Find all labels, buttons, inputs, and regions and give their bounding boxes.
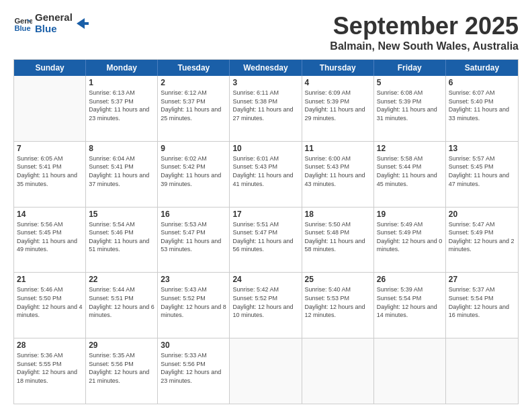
calendar-empty-cell xyxy=(446,338,518,404)
logo-arrow-icon xyxy=(75,17,89,30)
day-number: 6 xyxy=(449,78,515,87)
day-info: Sunrise: 6:12 AMSunset: 5:37 PMDaylight:… xyxy=(161,89,226,122)
day-number: 9 xyxy=(161,144,226,153)
day-number: 30 xyxy=(161,340,226,350)
day-number: 8 xyxy=(89,144,154,153)
day-info: Sunrise: 5:44 AMSunset: 5:51 PMDaylight:… xyxy=(89,285,154,319)
calendar-day-1: 1Sunrise: 6:13 AMSunset: 5:37 PMDaylight… xyxy=(86,76,158,141)
calendar-day-18: 18Sunrise: 5:50 AMSunset: 5:48 PMDayligh… xyxy=(302,208,374,273)
day-number: 28 xyxy=(17,340,83,350)
calendar-day-22: 22Sunrise: 5:44 AMSunset: 5:51 PMDayligh… xyxy=(86,273,158,338)
day-number: 17 xyxy=(232,210,298,219)
day-info: Sunrise: 5:53 AMSunset: 5:47 PMDaylight:… xyxy=(161,220,226,254)
calendar-week-3: 14Sunrise: 5:56 AMSunset: 5:45 PMDayligh… xyxy=(14,208,518,273)
day-number: 27 xyxy=(449,275,515,284)
day-info: Sunrise: 5:46 AMSunset: 5:50 PMDaylight:… xyxy=(17,285,83,319)
calendar-empty-cell xyxy=(374,338,446,404)
calendar-day-13: 13Sunrise: 5:57 AMSunset: 5:45 PMDayligh… xyxy=(446,142,518,207)
day-info: Sunrise: 5:50 AMSunset: 5:48 PMDaylight:… xyxy=(305,220,371,254)
day-info: Sunrise: 5:33 AMSunset: 5:56 PMDaylight:… xyxy=(161,351,226,385)
calendar-day-17: 17Sunrise: 5:51 AMSunset: 5:47 PMDayligh… xyxy=(230,208,302,273)
day-info: Sunrise: 5:51 AMSunset: 5:47 PMDaylight:… xyxy=(232,220,298,254)
weekday-header-monday: Monday xyxy=(86,60,158,76)
calendar-day-10: 10Sunrise: 6:01 AMSunset: 5:43 PMDayligh… xyxy=(230,142,302,207)
day-number: 20 xyxy=(449,210,515,219)
calendar-empty-cell xyxy=(230,338,302,404)
day-number: 29 xyxy=(89,340,154,350)
calendar-day-4: 4Sunrise: 6:09 AMSunset: 5:39 PMDaylight… xyxy=(302,76,374,141)
location-title: Balmain, New South Wales, Australia xyxy=(330,40,519,52)
calendar-day-20: 20Sunrise: 5:47 AMSunset: 5:49 PMDayligh… xyxy=(446,208,518,273)
day-number: 23 xyxy=(161,275,226,284)
calendar-week-4: 21Sunrise: 5:46 AMSunset: 5:50 PMDayligh… xyxy=(14,273,518,338)
day-info: Sunrise: 5:47 AMSunset: 5:49 PMDaylight:… xyxy=(449,220,515,254)
calendar-day-7: 7Sunrise: 6:05 AMSunset: 5:41 PMDaylight… xyxy=(14,142,86,207)
logo-blue: Blue xyxy=(35,24,73,35)
day-number: 10 xyxy=(232,144,298,153)
day-info: Sunrise: 6:07 AMSunset: 5:40 PMDaylight:… xyxy=(449,89,515,122)
weekday-header-tuesday: Tuesday xyxy=(158,60,230,76)
day-info: Sunrise: 5:49 AMSunset: 5:49 PMDaylight:… xyxy=(377,220,443,254)
calendar-day-3: 3Sunrise: 6:11 AMSunset: 5:38 PMDaylight… xyxy=(230,76,302,141)
day-number: 1 xyxy=(89,78,154,87)
day-info: Sunrise: 6:00 AMSunset: 5:43 PMDaylight:… xyxy=(305,154,371,188)
calendar-day-26: 26Sunrise: 5:39 AMSunset: 5:54 PMDayligh… xyxy=(374,273,446,338)
day-number: 3 xyxy=(232,78,298,87)
day-info: Sunrise: 5:56 AMSunset: 5:45 PMDaylight:… xyxy=(17,220,83,254)
day-info: Sunrise: 6:01 AMSunset: 5:43 PMDaylight:… xyxy=(232,154,298,188)
day-info: Sunrise: 6:13 AMSunset: 5:37 PMDaylight:… xyxy=(89,89,154,122)
page: General Blue General Blue September 2025… xyxy=(0,0,532,411)
month-title: September 2025 xyxy=(330,12,519,40)
calendar-day-23: 23Sunrise: 5:43 AMSunset: 5:52 PMDayligh… xyxy=(158,273,230,338)
day-info: Sunrise: 5:39 AMSunset: 5:54 PMDaylight:… xyxy=(377,285,443,319)
day-number: 16 xyxy=(161,210,226,219)
calendar-day-21: 21Sunrise: 5:46 AMSunset: 5:50 PMDayligh… xyxy=(14,273,86,338)
calendar-body: 1Sunrise: 6:13 AMSunset: 5:37 PMDaylight… xyxy=(14,76,518,404)
day-number: 4 xyxy=(305,78,371,87)
weekday-header-sunday: Sunday xyxy=(14,60,86,76)
day-number: 21 xyxy=(17,275,83,284)
day-info: Sunrise: 5:42 AMSunset: 5:52 PMDaylight:… xyxy=(232,285,298,319)
header: General Blue General Blue September 2025… xyxy=(13,12,519,52)
svg-text:Blue: Blue xyxy=(14,24,30,32)
day-number: 26 xyxy=(377,275,443,284)
svg-marker-3 xyxy=(77,18,89,29)
day-info: Sunrise: 6:04 AMSunset: 5:41 PMDaylight:… xyxy=(89,154,154,188)
day-info: Sunrise: 5:57 AMSunset: 5:45 PMDaylight:… xyxy=(449,154,515,188)
day-info: Sunrise: 5:43 AMSunset: 5:52 PMDaylight:… xyxy=(161,285,226,319)
svg-text:General: General xyxy=(14,17,32,25)
calendar-day-6: 6Sunrise: 6:07 AMSunset: 5:40 PMDaylight… xyxy=(446,76,518,141)
day-number: 15 xyxy=(89,210,154,219)
calendar-day-8: 8Sunrise: 6:04 AMSunset: 5:41 PMDaylight… xyxy=(86,142,158,207)
calendar-day-11: 11Sunrise: 6:00 AMSunset: 5:43 PMDayligh… xyxy=(302,142,374,207)
calendar-day-27: 27Sunrise: 5:37 AMSunset: 5:54 PMDayligh… xyxy=(446,273,518,338)
calendar-day-5: 5Sunrise: 6:08 AMSunset: 5:39 PMDaylight… xyxy=(374,76,446,141)
day-number: 22 xyxy=(89,275,154,284)
calendar-day-28: 28Sunrise: 5:36 AMSunset: 5:55 PMDayligh… xyxy=(14,338,86,404)
day-info: Sunrise: 5:40 AMSunset: 5:53 PMDaylight:… xyxy=(305,285,371,319)
calendar-week-5: 28Sunrise: 5:36 AMSunset: 5:55 PMDayligh… xyxy=(14,338,518,404)
day-number: 19 xyxy=(377,210,443,219)
day-number: 7 xyxy=(17,144,83,153)
calendar-header: SundayMondayTuesdayWednesdayThursdayFrid… xyxy=(14,60,518,76)
weekday-header-friday: Friday xyxy=(374,60,446,76)
title-section: September 2025 Balmain, New South Wales,… xyxy=(330,12,519,52)
day-number: 11 xyxy=(305,144,371,153)
calendar: SundayMondayTuesdayWednesdayThursdayFrid… xyxy=(13,59,519,404)
weekday-header-thursday: Thursday xyxy=(302,60,374,76)
day-number: 24 xyxy=(232,275,298,284)
calendar-day-2: 2Sunrise: 6:12 AMSunset: 5:37 PMDaylight… xyxy=(158,76,230,141)
day-info: Sunrise: 6:05 AMSunset: 5:41 PMDaylight:… xyxy=(17,154,83,188)
weekday-header-saturday: Saturday xyxy=(446,60,518,76)
day-info: Sunrise: 5:58 AMSunset: 5:44 PMDaylight:… xyxy=(377,154,443,188)
calendar-day-29: 29Sunrise: 5:35 AMSunset: 5:56 PMDayligh… xyxy=(86,338,158,404)
calendar-day-9: 9Sunrise: 6:02 AMSunset: 5:42 PMDaylight… xyxy=(158,142,230,207)
day-info: Sunrise: 5:54 AMSunset: 5:46 PMDaylight:… xyxy=(89,220,154,254)
day-number: 14 xyxy=(17,210,83,219)
day-info: Sunrise: 5:35 AMSunset: 5:56 PMDaylight:… xyxy=(89,351,154,385)
calendar-week-1: 1Sunrise: 6:13 AMSunset: 5:37 PMDaylight… xyxy=(14,76,518,142)
day-info: Sunrise: 5:37 AMSunset: 5:54 PMDaylight:… xyxy=(449,285,515,319)
calendar-day-14: 14Sunrise: 5:56 AMSunset: 5:45 PMDayligh… xyxy=(14,208,86,273)
logo-icon: General Blue xyxy=(13,14,32,33)
day-info: Sunrise: 6:08 AMSunset: 5:39 PMDaylight:… xyxy=(377,89,443,122)
